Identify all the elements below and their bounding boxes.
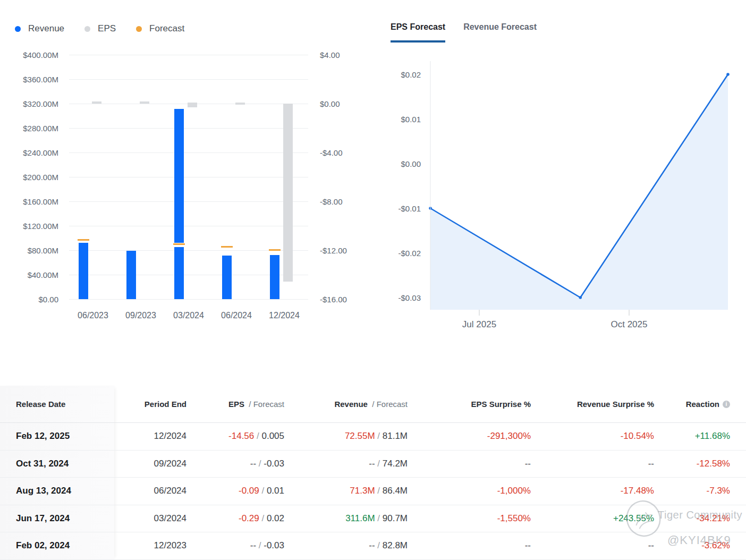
eps-bar <box>283 104 293 282</box>
legend-item-forecast[interactable]: Forecast <box>136 23 184 34</box>
x-axis-label: 06/2024 <box>221 311 252 320</box>
right-axis-tick: -$8.00 <box>320 197 368 206</box>
eps-forecast-line <box>372 0 746 351</box>
x-axis-label: Oct 2025 <box>611 319 648 330</box>
eps-bar <box>92 101 101 104</box>
forecast-mark <box>221 245 233 250</box>
eps-surprise-cell: -1,000% <box>408 486 531 496</box>
revenue-bar <box>174 109 184 299</box>
left-axis-tick: $320.00M <box>0 99 58 108</box>
eps-forecast-cell: -- / -0.03 <box>186 459 284 469</box>
col-revenue-forecast: Revenue / Forecast <box>284 400 408 409</box>
col-eps-surprise: EPS Surprise % <box>408 400 531 409</box>
revenue-eps-chart: Revenue EPS Forecast $400.00M$360.00M$32… <box>0 0 372 351</box>
release-date-cell: Oct 31, 2024 <box>0 459 114 469</box>
reaction-cell: -12.58% <box>654 459 746 469</box>
revenue-forecast-cell: 311.6M / 90.7M <box>284 513 408 524</box>
legend-label: Forecast <box>149 23 184 34</box>
table-row: Oct 31, 202409/2024-- / -0.03-- / 74.2M-… <box>0 451 746 478</box>
left-axis-tick: $40.00M <box>0 270 58 279</box>
left-axis-tick: $80.00M <box>0 246 58 255</box>
earnings-dashboard: Revenue EPS Forecast $400.00M$360.00M$32… <box>0 0 746 560</box>
release-date-cell: Feb 12, 2025 <box>0 431 114 442</box>
gridline <box>69 152 308 153</box>
legend-label: EPS <box>98 23 116 34</box>
revenue-surprise-cell: +243.55% <box>531 513 654 524</box>
gridline <box>69 226 308 226</box>
eps-bar <box>235 103 245 105</box>
right-axis-tick: $4.00 <box>320 50 368 60</box>
eps-forecast-cell: -14.56 / 0.005 <box>186 431 284 442</box>
period-end-cell: 03/2024 <box>114 513 186 524</box>
gridline <box>69 177 308 177</box>
legend-label: Revenue <box>28 23 64 34</box>
eps-surprise-cell: -- <box>408 540 531 551</box>
left-axis-tick: $200.00M <box>0 173 58 182</box>
revenue-forecast-cell: -- / 74.2M <box>284 459 408 469</box>
left-axis-tick: $0.00 <box>0 295 58 304</box>
right-axis-tick: $0.00 <box>320 99 368 108</box>
revenue-surprise-cell: -17.48% <box>531 486 654 496</box>
right-axis-tick: -$12.00 <box>320 246 368 255</box>
left-axis-tick: $160.00M <box>0 197 58 206</box>
eps-bar <box>188 103 197 107</box>
table-row: Feb 02, 202412/2023-- / -0.03-- / 82.8M-… <box>0 532 746 560</box>
x-axis-label: 09/2023 <box>125 311 156 320</box>
reaction-cell: -3.62% <box>654 540 746 551</box>
eps-dot-icon <box>84 26 90 32</box>
table-row: Aug 13, 202406/2024-0.09 / 0.0171.3M / 8… <box>0 478 746 505</box>
left-axis-tick: $120.00M <box>0 222 58 231</box>
reaction-cell: +11.68% <box>654 431 746 442</box>
release-date-cell: Jun 17, 2024 <box>0 513 114 524</box>
release-date-cell: Aug 13, 2024 <box>0 486 114 496</box>
period-end-cell: 12/2023 <box>114 540 186 551</box>
left-axis-tick: $280.00M <box>0 124 58 133</box>
release-date-cell: Feb 02, 2024 <box>0 540 114 551</box>
eps-forecast-cell: -0.29 / 0.02 <box>186 513 284 524</box>
eps-surprise-cell: -291,300% <box>408 431 531 442</box>
col-reaction: Reactioni <box>654 400 746 409</box>
legend-item-eps[interactable]: EPS <box>84 23 116 34</box>
revenue-surprise-cell: -10.54% <box>531 431 654 442</box>
revenue-forecast-cell: -- / 82.8M <box>284 540 408 551</box>
earnings-table: Release Date Period End EPS / Forecast R… <box>0 386 746 560</box>
table-body: Feb 12, 202512/2024-14.56 / 0.00572.55M … <box>0 423 746 560</box>
legend-item-revenue[interactable]: Revenue <box>15 23 64 34</box>
period-end-cell: 09/2024 <box>114 459 186 469</box>
table-row: Jun 17, 202403/2024-0.29 / 0.02311.6M / … <box>0 505 746 533</box>
reaction-cell: -34.21% <box>654 513 746 524</box>
right-axis-tick: -$4.00 <box>320 148 368 157</box>
revenue-bar <box>270 255 279 299</box>
eps-surprise-cell: -- <box>408 459 531 469</box>
forecast-mark <box>173 243 185 247</box>
x-axis-label: 03/2024 <box>173 311 204 320</box>
period-end-cell: 12/2024 <box>114 431 186 442</box>
gridline <box>69 55 308 55</box>
revenue-surprise-cell: -- <box>531 540 654 551</box>
chart-legend: Revenue EPS Forecast <box>15 23 184 34</box>
x-axis-label: Jul 2025 <box>462 319 496 330</box>
revenue-dot-icon <box>15 26 21 32</box>
x-axis-label: 12/2024 <box>269 311 300 320</box>
forecast-dot-icon <box>136 26 142 32</box>
eps-forecast-chart: EPS Forecast Revenue Forecast $0.02$0.01… <box>372 0 746 351</box>
eps-forecast-cell: -- / -0.03 <box>186 540 284 551</box>
period-end-cell: 06/2024 <box>114 486 186 496</box>
col-eps-forecast: EPS / Forecast <box>186 400 284 409</box>
gridline <box>69 299 308 300</box>
revenue-bar <box>126 251 136 299</box>
forecast-mark <box>269 249 281 253</box>
reaction-info-icon[interactable]: i <box>723 401 730 408</box>
col-revenue-surprise: Revenue Surprise % <box>531 400 654 409</box>
col-period-end: Period End <box>114 400 186 409</box>
revenue-surprise-cell: -- <box>531 459 654 469</box>
reaction-cell: -7.3% <box>654 486 746 496</box>
eps-surprise-cell: -1,550% <box>408 513 531 524</box>
left-axis-tick: $360.00M <box>0 75 58 84</box>
gridline <box>69 201 308 202</box>
table-header-row: Release Date Period End EPS / Forecast R… <box>0 386 746 423</box>
revenue-bar <box>222 256 232 299</box>
gridline <box>69 79 308 80</box>
revenue-bar <box>79 243 88 299</box>
col-release-date: Release Date <box>0 400 114 409</box>
